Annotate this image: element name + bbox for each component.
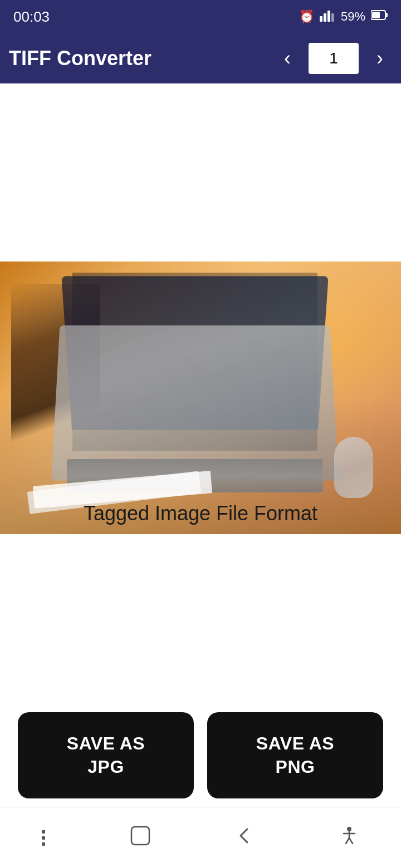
prev-page-button[interactable]: ‹ — [275, 42, 300, 75]
accessibility-nav-item[interactable] — [324, 817, 375, 859]
nav-bar — [0, 807, 401, 868]
next-page-button[interactable]: › — [368, 42, 392, 75]
svg-rect-7 — [131, 827, 149, 845]
buttons-container: SAVE ASJPG SAVE ASPNG — [0, 701, 401, 807]
tiff-image-container: Tagged Image File Format — [0, 262, 401, 534]
svg-rect-5 — [385, 13, 388, 17]
back-nav-item[interactable] — [219, 817, 271, 859]
image-caption-area: Tagged Image File Format — [0, 493, 401, 534]
save-as-png-button[interactable]: SAVE ASPNG — [207, 712, 383, 798]
status-icons: ⏰ 59% — [299, 8, 388, 25]
svg-line-11 — [346, 838, 349, 844]
recents-nav-item[interactable] — [26, 821, 61, 855]
status-time: 00:03 — [13, 8, 50, 26]
svg-rect-3 — [331, 13, 334, 22]
app-bar: TIFF Converter ‹ 1 › — [0, 33, 401, 83]
main-content: Tagged Image File Format SAVE ASJPG SAVE… — [0, 83, 401, 807]
battery-text: 59% — [341, 9, 365, 24]
home-icon — [129, 825, 151, 851]
home-nav-item[interactable] — [114, 816, 167, 860]
app-title: TIFF Converter — [9, 47, 266, 70]
svg-rect-0 — [320, 16, 322, 22]
page-number: 1 — [309, 43, 359, 74]
back-icon — [235, 826, 255, 850]
svg-rect-1 — [324, 13, 326, 22]
recents-icon — [42, 830, 45, 846]
battery-icon — [371, 9, 388, 24]
signal-icon — [320, 8, 335, 25]
svg-line-12 — [349, 838, 353, 844]
status-bar: 00:03 ⏰ 59% — [0, 0, 401, 33]
image-caption-text: Tagged Image File Format — [84, 502, 317, 525]
laptop-body — [51, 326, 339, 481]
spacer-bottom — [0, 534, 401, 701]
svg-rect-6 — [372, 12, 380, 18]
alarm-icon: ⏰ — [299, 9, 314, 24]
mouse — [334, 437, 373, 498]
spacer-top — [0, 83, 401, 262]
svg-rect-2 — [327, 11, 330, 22]
image-background: Tagged Image File Format — [0, 262, 401, 534]
save-as-jpg-button[interactable]: SAVE ASJPG — [18, 712, 194, 798]
accessibility-icon — [339, 826, 359, 850]
